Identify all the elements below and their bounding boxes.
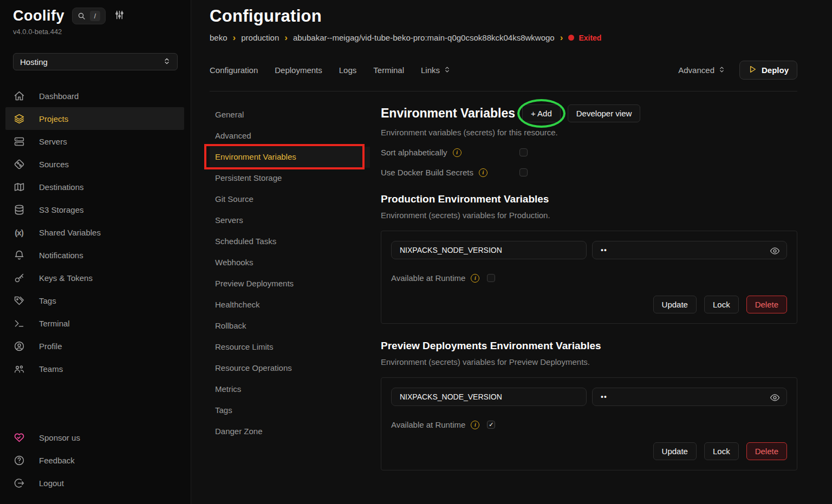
advanced-dropdown-label: Advanced — [678, 66, 714, 75]
subnav-preview-deployments[interactable]: Preview Deployments — [210, 273, 370, 294]
slash-shortcut-key: / — [90, 11, 100, 21]
subnav-general[interactable]: General — [210, 104, 370, 126]
sidebar-item-s3-storages[interactable]: S3 Storages — [5, 198, 184, 221]
tab-logs[interactable]: Logs — [339, 66, 357, 75]
delete-button[interactable]: Delete — [746, 442, 787, 460]
subnav-danger-zone[interactable]: Danger Zone — [210, 421, 370, 442]
user-circle-icon — [13, 340, 25, 352]
sidebar-item-logout[interactable]: Logout — [5, 472, 184, 494]
subnav-resource-operations[interactable]: Resource Operations — [210, 358, 370, 379]
env-name-input[interactable]: NIXPACKS_NODE_VERSION — [391, 241, 587, 259]
deploy-button[interactable]: Deploy — [739, 61, 797, 80]
advanced-dropdown[interactable]: Advanced — [678, 66, 725, 75]
available-at-runtime-checkbox[interactable]: ✓ — [487, 421, 495, 429]
main-content: Configuration beko › production › abubak… — [191, 0, 832, 504]
page-title: Configuration — [210, 6, 797, 26]
sidebar-item-servers[interactable]: Servers — [5, 130, 184, 153]
masked-value: •• — [601, 246, 607, 254]
env-value-input[interactable]: •• — [592, 388, 787, 406]
subnav-tags[interactable]: Tags — [210, 400, 370, 421]
subnav-scheduled-tasks[interactable]: Scheduled Tasks — [210, 231, 370, 252]
sidebar-item-label: Terminal — [39, 319, 70, 328]
sidebar-item-tags[interactable]: Tags — [5, 289, 184, 312]
sidebar-item-projects[interactable]: Projects — [5, 107, 184, 130]
config-subnav: General Advanced Environment Variables P… — [210, 104, 370, 470]
subnav-metrics[interactable]: Metrics — [210, 379, 370, 400]
sidebar-item-label: Projects — [39, 114, 68, 123]
env-value-input[interactable]: •• — [592, 241, 787, 259]
subnav-environment-variables[interactable]: Environment Variables — [210, 147, 370, 168]
delete-button[interactable]: Delete — [746, 296, 787, 313]
sidebar-item-dashboard[interactable]: Dashboard — [5, 84, 184, 107]
subnav-rollback[interactable]: Rollback — [210, 316, 370, 337]
breadcrumb-project[interactable]: beko — [210, 33, 227, 42]
docker-build-secrets-label: Use Docker Build Secrets — [381, 168, 473, 177]
available-at-runtime-label: Available at Runtime — [391, 273, 465, 283]
tab-links[interactable]: Links — [421, 66, 451, 75]
sidebar-item-notifications[interactable]: Notifications — [5, 244, 184, 266]
bell-icon — [13, 249, 25, 261]
search-button[interactable]: / — [72, 8, 106, 24]
chevron-updown-icon — [718, 66, 725, 75]
sidebar-item-sponsor-us[interactable]: Sponsor us — [5, 426, 184, 449]
tabs-row: Configuration Deployments Logs Terminal … — [210, 61, 797, 80]
info-icon: i — [479, 168, 487, 177]
sidebar-item-terminal[interactable]: Terminal — [5, 312, 184, 335]
status-text: Exited — [578, 34, 601, 42]
sidebar-item-feedback[interactable]: Feedback — [5, 449, 184, 472]
git-icon — [13, 158, 25, 170]
production-env-var-card: NIXPACKS_NODE_VERSION •• Available at Ru… — [381, 231, 797, 324]
lock-button[interactable]: Lock — [704, 442, 739, 460]
tab-terminal[interactable]: Terminal — [373, 66, 404, 75]
sidebar-item-label: Sponsor us — [39, 433, 80, 442]
subnav-servers[interactable]: Servers — [210, 210, 370, 231]
subnav-resource-limits[interactable]: Resource Limits — [210, 337, 370, 358]
sort-alphabetically-label: Sort alphabetically — [381, 148, 447, 157]
env-name-input[interactable]: NIXPACKS_NODE_VERSION — [391, 388, 587, 406]
sidebar-item-teams[interactable]: Teams — [5, 357, 184, 380]
sidebar-item-shared-variables[interactable]: (x) Shared Variables — [5, 221, 184, 244]
help-circle-icon — [13, 454, 25, 466]
add-env-var-button[interactable]: + Add — [522, 104, 561, 122]
users-icon — [13, 363, 25, 375]
subnav-webhooks[interactable]: Webhooks — [210, 252, 370, 273]
update-button[interactable]: Update — [653, 442, 697, 460]
sidebar-item-sources[interactable]: Sources — [5, 153, 184, 175]
status-badge: Exited — [568, 34, 601, 42]
search-icon — [77, 12, 86, 20]
status-dot-icon — [568, 35, 574, 41]
database-icon — [13, 204, 25, 215]
sidebar: Coolify / v4.0.0-beta.442 Hosting Dashbo… — [0, 0, 191, 504]
update-button[interactable]: Update — [653, 296, 697, 313]
sidebar-item-keys-tokens[interactable]: Keys & Tokens — [5, 266, 184, 289]
breadcrumb-environment[interactable]: production — [241, 33, 279, 42]
docker-build-secrets-checkbox[interactable] — [519, 168, 528, 176]
subnav-git-source[interactable]: Git Source — [210, 189, 370, 210]
sort-alphabetically-checkbox[interactable] — [519, 148, 528, 156]
developer-view-button[interactable]: Developer view — [568, 104, 641, 122]
chevron-updown-icon — [163, 57, 171, 67]
info-icon: i — [453, 148, 461, 157]
eye-icon[interactable] — [770, 246, 780, 258]
eye-icon[interactable] — [770, 392, 780, 404]
tab-configuration[interactable]: Configuration — [210, 66, 258, 75]
sidebar-item-label: Notifications — [39, 251, 83, 260]
tab-deployments[interactable]: Deployments — [275, 66, 322, 75]
breadcrumb-resource[interactable]: abubakar--meigag/vid-tube-beko-pro:main-… — [293, 33, 555, 42]
available-at-runtime-checkbox[interactable] — [487, 274, 495, 282]
preview-env-var-card: NIXPACKS_NODE_VERSION •• Available at Ru… — [381, 377, 797, 470]
breadcrumb: beko › production › abubakar--meigag/vid… — [210, 33, 797, 42]
subnav-healthcheck[interactable]: Healthcheck — [210, 294, 370, 316]
lock-button[interactable]: Lock — [704, 296, 739, 313]
subnav-advanced[interactable]: Advanced — [210, 126, 370, 147]
subnav-persistent-storage[interactable]: Persistent Storage — [210, 168, 370, 189]
sidebar-item-destinations[interactable]: Destinations — [5, 175, 184, 198]
layers-icon — [13, 113, 25, 125]
env-vars-section: Environment Variables + Add Developer vi… — [381, 104, 797, 470]
team-select[interactable]: Hosting — [13, 53, 178, 70]
sidebar-item-label: Tags — [39, 296, 56, 305]
breadcrumb-chevron-icon: › — [284, 33, 288, 42]
sidebar-item-profile[interactable]: Profile — [5, 335, 184, 357]
settings-sliders-button[interactable] — [114, 10, 125, 22]
key-icon — [13, 272, 25, 284]
